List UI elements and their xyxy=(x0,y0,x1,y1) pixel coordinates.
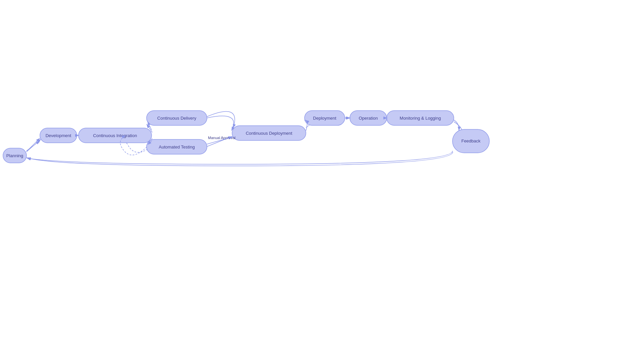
label-cdeploy: Continuous Deployment xyxy=(246,131,292,136)
node-deployment: Deployment xyxy=(305,111,345,125)
node-automated-testing: Automated Testing xyxy=(147,139,207,154)
node-development: Development xyxy=(40,128,77,143)
label-development: Development xyxy=(46,133,71,138)
node-feedback: Feedback xyxy=(452,129,489,153)
conn-cdelivery-cdeploy xyxy=(207,116,234,131)
node-operation: Operation xyxy=(350,111,387,125)
arrow-feedback-planning xyxy=(26,152,453,166)
node-continuous-integration: Continuous Integration xyxy=(78,128,152,143)
node-monitoring-logging: Monitoring & Logging xyxy=(387,111,454,125)
label-feedback: Feedback xyxy=(461,138,481,143)
arrow-planning-development xyxy=(26,139,41,152)
pipeline-diagram: Planning Development Continuous Integrat… xyxy=(0,0,644,362)
node-continuous-deployment: Continuous Deployment xyxy=(232,126,306,140)
label-manual-approval: Manual Approval xyxy=(208,136,235,140)
arrow-ml-feedback xyxy=(454,120,459,131)
conn-planning-dev xyxy=(26,138,40,152)
label-cd: Continuous Delivery xyxy=(157,116,197,121)
label-ci: Continuous Integration xyxy=(93,133,137,138)
arrow-cdelivery-cdeploy xyxy=(207,112,235,128)
label-at: Automated Testing xyxy=(159,144,195,149)
label-operation: Operation xyxy=(359,116,378,121)
label-deployment: Deployment xyxy=(313,116,336,121)
conn-feedback-planning xyxy=(27,151,452,164)
label-ml: Monitoring & Logging xyxy=(400,116,441,121)
node-continuous-delivery: Continuous Delivery xyxy=(147,111,207,125)
label-planning: Planning xyxy=(6,153,23,158)
node-planning: Planning xyxy=(3,148,26,163)
